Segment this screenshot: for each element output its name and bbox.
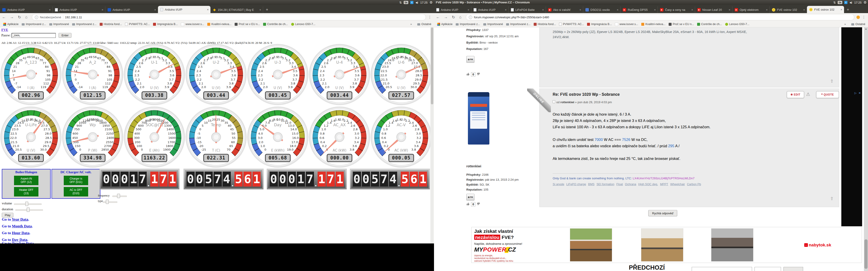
tag-link[interactable]: Wheelchair	[670, 182, 685, 186]
bookmark-historia[interactable]: História fond...	[100, 23, 122, 26]
volume-icon[interactable]: ◀)	[849, 1, 852, 4]
tab-close-icon[interactable]: ×	[467, 8, 469, 11]
forward-icon[interactable]: →	[444, 15, 448, 20]
thumb-down-icon[interactable]	[476, 202, 480, 206]
bookmark-apps[interactable]: Aplikácie	[3, 23, 19, 26]
bookmark-other-folder[interactable]: Ostatné	[417, 23, 431, 26]
username[interactable]: rottenkiwi	[466, 164, 481, 168]
bookmark-impreg[interactable]: Impregnácia B...	[153, 23, 178, 26]
previous-page-link[interactable]: PŘEDCHOZÍ	[629, 264, 665, 271]
settings-gear-icon[interactable]: ⚙	[864, 0, 867, 4]
sort-order-select[interactable]	[754, 267, 781, 271]
tag-link[interactable]: BMS	[588, 182, 594, 186]
browser-menu-icon[interactable]: ⋮	[862, 15, 866, 19]
bookmark-lenovo[interactable]: Lenovo G50-7...	[291, 23, 315, 26]
bookmark-folder[interactable]: Importované z...	[506, 23, 530, 26]
data-link[interactable]: Tracker Data	[12, 241, 34, 243]
bookmark-folder[interactable]: Importované z...	[72, 23, 96, 26]
reload-icon[interactable]: ↻	[18, 15, 21, 20]
ad-photo-kitchen-2[interactable]	[641, 228, 683, 262]
settings-gear-icon[interactable]: ⚙	[430, 0, 433, 4]
pm-button[interactable]: PM	[466, 56, 474, 63]
type-slider[interactable]	[103, 201, 117, 203]
ad-photo-kitchen-3[interactable]	[711, 228, 753, 262]
bookmark-isover[interactable]: www.isover.s...	[181, 23, 204, 26]
address-bar-right[interactable]: i forum.mypower.cz/viewtopic.php?f=3&t=2…	[466, 14, 854, 20]
tab-3[interactable]: LiFePO4 Batte×	[508, 6, 546, 13]
keyboard-layout-indicator[interactable]: Sk	[404, 1, 408, 4]
home-icon[interactable]: ⌂	[25, 15, 27, 20]
ad-photo-kitchen-1[interactable]	[570, 228, 612, 262]
tag-link[interactable]: Float	[616, 182, 623, 186]
back-icon[interactable]: ←	[2, 15, 6, 20]
new-tab-button[interactable]: +	[263, 6, 271, 13]
adchoices-icon[interactable]: ▷	[855, 92, 857, 95]
ad-close-icon[interactable]: ✕	[859, 92, 861, 95]
tag-link[interactable]: Si anode	[553, 182, 564, 186]
tab-close-icon[interactable]: ×	[207, 8, 209, 11]
tab-close-icon[interactable]: ×	[617, 8, 618, 11]
mail-icon[interactable]: ✕	[844, 1, 847, 4]
tab-close-icon[interactable]: ×	[49, 8, 51, 11]
bookmark-pageic[interactable]: PVWATTS: AC...	[559, 23, 584, 26]
inline-link[interactable]: 295	[668, 144, 675, 148]
bookmark-historia[interactable]: História fond...	[534, 23, 556, 26]
tab-10[interactable]: ☺FVE ostrov 102×	[770, 6, 807, 13]
tab-5[interactable]: DSO211 oscilo×	[583, 6, 620, 13]
bookmarks-overflow-chevron[interactable]: »	[844, 23, 846, 26]
tab-close-icon[interactable]: ×	[542, 8, 544, 11]
tab-close-icon[interactable]: ×	[101, 8, 103, 11]
bookmark-impreg[interactable]: Impregnácia B...	[587, 23, 612, 26]
tab-6[interactable]: ▶RuiDeng DPS5×	[620, 6, 658, 13]
play-button[interactable]: Play	[2, 213, 13, 217]
tab-1[interactable]: Arduino I/U/P×	[434, 6, 471, 13]
home-icon[interactable]: ⌂	[459, 15, 461, 20]
relay-button[interactable]: Axpert-IN OFF (12)	[14, 176, 38, 185]
tab-4[interactable]: ▶Ako si založiť×	[546, 6, 583, 13]
tag-link[interactable]: MPPT	[660, 182, 668, 186]
extension-icon[interactable]	[857, 15, 860, 19]
bookmark-other-folder[interactable]: Ostatné	[851, 23, 865, 26]
bookmark-folder[interactable]: Importované z...	[22, 23, 46, 26]
thumb-up-icon[interactable]	[466, 72, 470, 76]
tab-11[interactable]: ☺FVE ostrov 102×	[807, 6, 844, 13]
bookmark-apps[interactable]: Aplikácie	[437, 23, 453, 26]
quote-button[interactable]: ❝ QUOTE	[816, 91, 839, 98]
bookmark-kvalitni[interactable]: Kvalitní-nekva...	[207, 23, 231, 26]
tab-1[interactable]: Arduino I/U/P×	[0, 6, 53, 13]
data-link[interactable]: Hour Data	[12, 231, 29, 235]
data-link[interactable]: Month Data	[12, 224, 32, 228]
tab-close-icon[interactable]: ×	[803, 8, 805, 11]
password-input[interactable]	[11, 33, 56, 38]
tab-close-icon[interactable]: ×	[766, 8, 768, 11]
left-page-scrollbar[interactable]	[430, 27, 434, 243]
back-icon[interactable]: ←	[436, 15, 440, 20]
thumb-up-icon[interactable]	[466, 202, 470, 206]
posts-filter-select[interactable]	[692, 267, 752, 271]
tab-8[interactable]: ▶Nissan Leaf 20×	[695, 6, 733, 13]
info-icon[interactable]: i	[35, 15, 38, 19]
relay-button[interactable]: AC is OFF (D10)	[64, 187, 88, 197]
ltc-address-link[interactable]: LX4UmnYHzT293zcJJ4BjTcPTRSHoLWLDn7	[633, 177, 694, 180]
tab-close-icon[interactable]: ×	[505, 8, 506, 11]
enter-button[interactable]: Enter	[59, 33, 71, 38]
bookmark-kvalitni[interactable]: Kvalitní-nekva...	[641, 23, 665, 26]
browser-menu-icon[interactable]: ⋮	[428, 15, 432, 19]
data-link[interactable]: Year Data	[12, 217, 28, 222]
bookmarks-overflow-chevron[interactable]: »	[410, 23, 412, 26]
bookmark-controle[interactable]: Contrôle de ch...	[263, 23, 288, 26]
bookmark-folder[interactable]: Importované z...	[456, 23, 480, 26]
ad-banner[interactable]: Jak získat vlastnínezávislou FVE?Napište…	[471, 227, 862, 263]
tab-2[interactable]: Arduino I/U/P×	[53, 6, 105, 13]
relay-button[interactable]: Heater OFF (13)	[14, 187, 38, 197]
bookmark-controle[interactable]: Contrôle de ch...	[697, 23, 722, 26]
updown-arrows-icon[interactable]: ⇅	[833, 1, 836, 4]
address-bar-left[interactable]: i Nezabezpečené 192.168.1.11	[32, 14, 426, 20]
tab-close-icon[interactable]: ×	[154, 8, 156, 11]
tab-close-icon[interactable]: ×	[840, 8, 842, 11]
forward-icon[interactable]: →	[10, 15, 14, 20]
thumb-down-icon[interactable]	[476, 72, 480, 76]
tab-close-icon[interactable]: ×	[728, 8, 730, 11]
tag-link[interactable]: Carbon Pb	[687, 182, 701, 186]
inline-link[interactable]: 7000	[594, 138, 603, 142]
